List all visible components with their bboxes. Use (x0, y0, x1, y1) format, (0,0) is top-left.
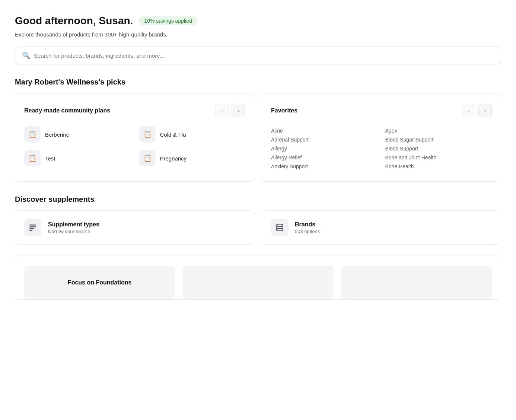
savings-badge: 10% savings applied (139, 16, 197, 25)
supplement-types-icon (24, 219, 41, 236)
supplement-types-text: Supplement types Narrow your search (48, 221, 99, 234)
plan-icon-berberine: 📋 (24, 126, 41, 143)
svg-rect-2 (29, 228, 34, 229)
fav-item-adrenal-support[interactable]: Adrenal Support (271, 135, 378, 144)
greeting-title: Good afternoon, Susan. (15, 15, 133, 27)
fav-item-bone-joint-health[interactable]: Bone and Joint Health (385, 153, 492, 162)
greeting-row: Good afternoon, Susan. 10% savings appli… (15, 15, 501, 27)
search-icon: 🔍 (22, 51, 30, 60)
favorites-grid: Acne Adrenal Support Allergy Allergy Rel… (271, 126, 492, 171)
bottom-card-2 (182, 266, 333, 299)
bottom-card-3 (341, 266, 492, 299)
bottom-section: Focus on Foundations (15, 255, 501, 300)
svg-point-5 (276, 226, 283, 229)
plan-icon-test: 📋 (24, 150, 41, 166)
supplement-types-card[interactable]: Supplement types Narrow your search (15, 210, 254, 245)
bottom-inner-grid: Focus on Foundations (24, 266, 492, 299)
fav-item-allergy-relief[interactable]: Allergy Relief (271, 153, 378, 162)
svg-point-6 (276, 229, 283, 231)
brands-card[interactable]: Brands 503 options (262, 210, 501, 245)
subtitle: Explore thousands of products from 300+ … (15, 31, 501, 38)
focus-foundations-card[interactable]: Focus on Foundations (24, 266, 175, 299)
brands-subtitle: 503 options (295, 229, 320, 234)
plan-item-cold-flu[interactable]: 📋 Cold & Flu (139, 126, 245, 143)
plan-label-berberine: Berberine (45, 131, 69, 138)
plan-grid: 📋 Berberine 📋 Cold & Flu 📋 Test 📋 Pregna… (24, 126, 245, 166)
ready-made-header: Ready-made community plans ‹ › (24, 104, 245, 117)
favorites-next-button[interactable]: › (478, 104, 492, 117)
fav-item-allergy[interactable]: Allergy (271, 144, 378, 153)
supplement-types-title: Supplement types (48, 221, 99, 228)
picks-section-title: Mary Robert's Wellness's picks (15, 78, 501, 86)
favorites-prev-button[interactable]: ‹ (462, 104, 475, 117)
fav-item-bone-health[interactable]: Bone Health (385, 162, 492, 171)
fav-item-anxiety-support[interactable]: Anxiety Support (271, 162, 378, 171)
plan-item-pregnancy[interactable]: 📋 Pregnancy (139, 150, 245, 166)
plan-item-test[interactable]: 📋 Test (24, 150, 130, 166)
fav-item-acne[interactable]: Acne (271, 126, 378, 135)
plan-label-cold-flu: Cold & Flu (160, 131, 186, 138)
brands-title: Brands (295, 221, 320, 228)
supplement-types-subtitle: Narrow your search (48, 229, 99, 234)
svg-point-4 (276, 224, 283, 226)
discover-row: Supplement types Narrow your search Bran… (15, 210, 501, 245)
favorites-header: Favorites ‹ › (271, 104, 492, 117)
search-input[interactable] (34, 52, 494, 59)
search-bar[interactable]: 🔍 (15, 47, 501, 64)
favorites-nav: ‹ › (462, 104, 492, 117)
svg-rect-3 (29, 230, 32, 231)
discover-title: Discover supplements (15, 195, 501, 204)
ready-made-card: Ready-made community plans ‹ › 📋 Berberi… (15, 93, 254, 182)
svg-rect-1 (29, 226, 36, 228)
brands-icon (271, 219, 288, 236)
favorites-card: Favorites ‹ › Acne Adrenal Support Aller… (262, 93, 501, 182)
plan-icon-pregnancy: 📋 (139, 150, 156, 166)
brands-text: Brands 503 options (295, 221, 320, 234)
fav-item-blood-sugar-support[interactable]: Blood Sugar Support (385, 135, 492, 144)
plan-label-test: Test (45, 155, 55, 162)
plan-item-berberine[interactable]: 📋 Berberine (24, 126, 130, 143)
favorites-title: Favorites (271, 107, 297, 114)
plan-label-pregnancy: Pregnancy (160, 155, 187, 162)
focus-foundations-title: Focus on Foundations (68, 279, 132, 286)
plan-icon-cold-flu: 📋 (139, 126, 156, 143)
fav-item-blood-support[interactable]: Blood Support (385, 144, 492, 153)
favorites-col1: Acne Adrenal Support Allergy Allergy Rel… (271, 126, 378, 171)
ready-made-nav: ‹ › (215, 104, 245, 117)
svg-rect-0 (29, 225, 36, 226)
picks-row: Ready-made community plans ‹ › 📋 Berberi… (15, 93, 501, 182)
ready-made-next-button[interactable]: › (232, 104, 245, 117)
ready-made-title: Ready-made community plans (24, 107, 110, 114)
fav-item-apex[interactable]: Apex (385, 126, 492, 135)
ready-made-prev-button[interactable]: ‹ (215, 104, 229, 117)
favorites-col2: Apex Blood Sugar Support Blood Support B… (385, 126, 492, 171)
